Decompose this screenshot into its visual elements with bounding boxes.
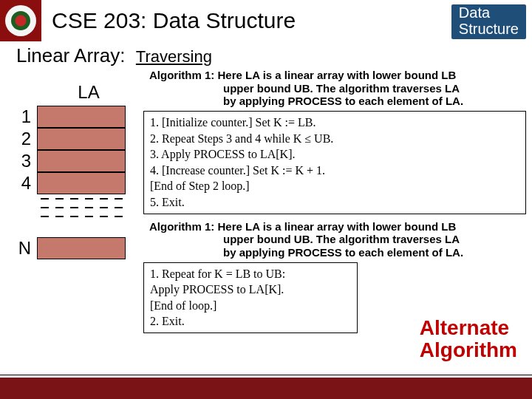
algorithm-1-heading: Algorithm 1: Here LA is a linear array w…	[143, 69, 526, 108]
algo-step: 2. Repeat Steps 3 and 4 while K ≤ UB.	[150, 131, 519, 147]
ellipsis-row	[37, 194, 126, 203]
algo-heading-line: Algorithm 1: Here LA is a linear array w…	[149, 220, 526, 233]
algo-step: [End of Step 2 loop.]	[150, 178, 519, 194]
array-index: 4	[0, 173, 37, 194]
array-index: 3	[0, 151, 37, 171]
algo-heading-line: upper bound UB. The algorithm traverses …	[149, 82, 526, 95]
badge-line2: Structure	[459, 21, 519, 37]
alt-line2: Algorithm	[420, 339, 517, 361]
algo-step: 2. Exit.	[150, 313, 351, 330]
algo-heading-line: upper bound UB. The algorithm traverses …	[149, 233, 526, 246]
university-logo	[0, 0, 41, 41]
array-cell	[37, 237, 126, 259]
algo-step: 1. Repeat for K = LB to UB:	[150, 266, 351, 282]
section-label: Linear Array:	[16, 44, 125, 66]
array-index: 1	[0, 106, 37, 127]
slide-header: CSE 203: Data Structure Data Structure	[0, 0, 532, 41]
alt-line1: Alternate	[420, 317, 517, 338]
algo-step: 3. Apply PROCESS to LA[K].	[150, 146, 519, 163]
algo-heading-line: Algorithm 1: Here LA is a linear array w…	[149, 69, 526, 82]
slide-footer	[0, 377, 532, 399]
ellipsis-row	[37, 203, 126, 212]
algo-step: Apply PROCESS to LA[K].	[150, 282, 351, 298]
course-title: CSE 203: Data Structure	[41, 8, 296, 33]
array-cell	[37, 150, 126, 172]
algo-heading-line: by applying PROCESS to each element of L…	[149, 246, 526, 259]
alternate-algorithm-label: Alternate Algorithm	[420, 317, 517, 361]
array-cell	[37, 106, 126, 128]
array-index: 2	[0, 129, 37, 149]
array-label: LA	[37, 82, 140, 103]
array-diagram: LA 1 2 3 4 N	[0, 67, 140, 339]
algorithm-2-heading: Algorithm 1: Here LA is a linear array w…	[143, 220, 526, 259]
algo-heading-line: by applying PROCESS to each element of L…	[149, 95, 526, 108]
section-heading: Linear Array: Traversing	[0, 41, 532, 67]
section-subtopic: Traversing	[136, 47, 212, 66]
badge-line1: Data	[459, 4, 519, 21]
algo-step: 4. [Increase counter.] Set K := K + 1.	[150, 163, 519, 179]
array-index-last: N	[0, 238, 37, 259]
array-cell	[37, 172, 126, 194]
ellipsis-row	[37, 212, 126, 221]
algo-step: 5. Exit.	[150, 194, 519, 211]
algorithm-2-steps: 1. Repeat for K = LB to UB: Apply PROCES…	[143, 262, 358, 333]
array-cell	[37, 128, 126, 150]
algo-step: 1. [Initialize counter.] Set K := LB.	[150, 115, 519, 131]
algo-step: [End of loop.]	[150, 298, 351, 314]
course-badge: Data Structure	[451, 4, 526, 39]
algorithm-1-steps: 1. [Initialize counter.] Set K := LB. 2.…	[143, 111, 526, 214]
